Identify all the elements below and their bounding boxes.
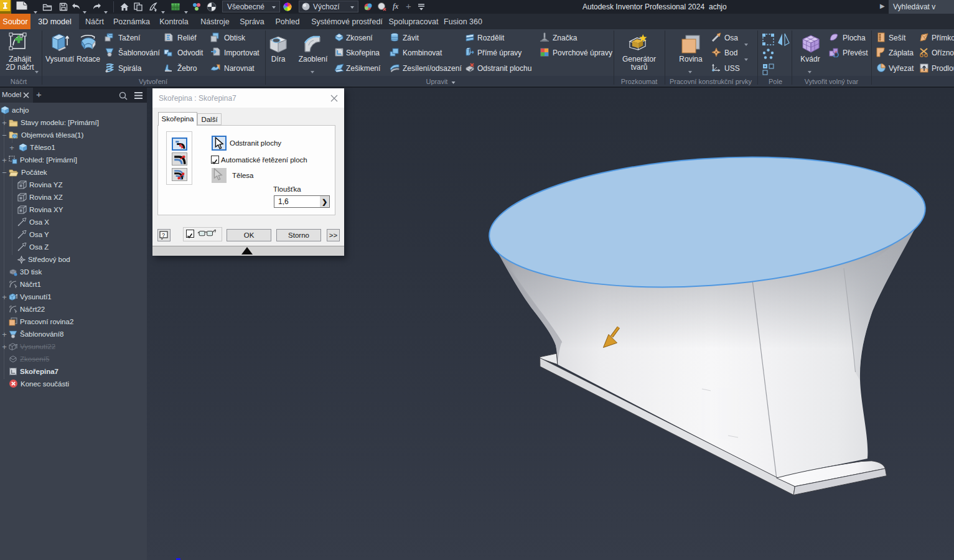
- svg-text:?: ?: [162, 232, 165, 238]
